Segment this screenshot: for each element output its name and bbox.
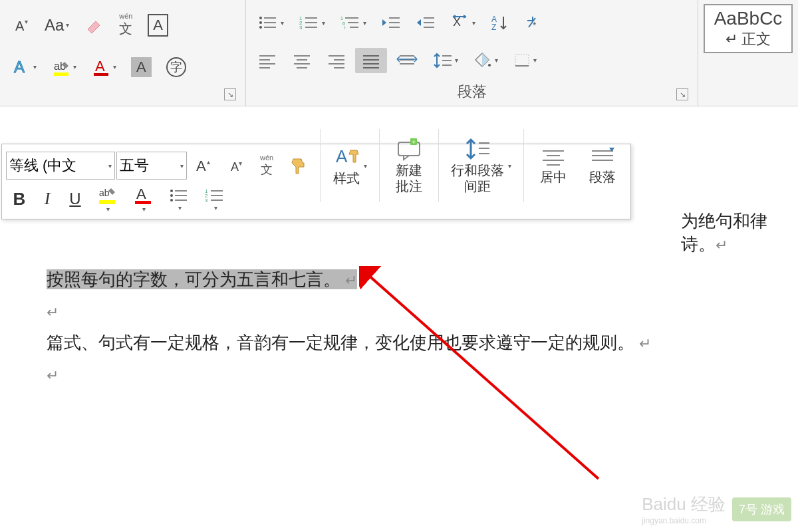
- svg-rect-81: [135, 201, 151, 204]
- svg-rect-69: [479, 148, 489, 149]
- phonetic-guide-button[interactable]: wén文: [112, 7, 139, 43]
- asian-layout-button[interactable]: X▾: [444, 9, 481, 36]
- svg-text:A: A: [15, 19, 25, 33]
- doc-empty-line-2[interactable]: ↵: [47, 361, 751, 389]
- bullets-button-mini[interactable]: ▾: [162, 184, 196, 214]
- svg-text:1: 1: [340, 16, 343, 21]
- svg-text:A: A: [14, 58, 25, 76]
- svg-rect-27: [389, 27, 400, 28]
- font-group: A▾ Aa▾ wén文 A A▾ ab▾ A▾ A 字 ↘: [0, 0, 246, 106]
- character-shading-button[interactable]: A: [125, 53, 158, 82]
- underline-button[interactable]: U: [62, 187, 88, 211]
- ribbon-toolbar: A▾ Aa▾ wén文 A A▾ ab▾ A▾ A 字 ↘ ▾ 123▾ 1ai…: [0, 0, 798, 106]
- new-comment-button[interactable]: + 新建批注: [385, 134, 433, 197]
- line-spacing-dropdown[interactable]: 行和段落间距 ▾: [444, 134, 518, 197]
- svg-rect-49: [363, 63, 379, 65]
- document-area[interactable]: 按照每句的字数，可分为五言和七言。 ↵ ↵ 篇式、句式有一定规格，音韵有一定规律…: [0, 253, 798, 406]
- paragraph-dialog-launcher[interactable]: ↘: [676, 88, 688, 100]
- increase-indent-button[interactable]: [410, 9, 442, 36]
- clear-formatting-button[interactable]: [78, 11, 110, 39]
- font-color-button-mini[interactable]: A▾: [126, 183, 160, 215]
- styles-dropdown[interactable]: A 样式 ▾: [326, 142, 374, 189]
- svg-rect-72: [547, 155, 560, 156]
- svg-rect-71: [543, 150, 564, 152]
- svg-rect-55: [442, 60, 452, 61]
- svg-rect-16: [305, 22, 317, 23]
- borders-button[interactable]: ▾: [507, 47, 543, 74]
- numbering-button-mini[interactable]: 123▾: [198, 184, 232, 214]
- doc-line-selected[interactable]: 按照每句的字数，可分为五言和七言。 ↵: [47, 266, 751, 294]
- svg-text:A: A: [336, 146, 348, 166]
- svg-rect-50: [363, 67, 379, 68]
- paragraph-button[interactable]: 段落: [579, 144, 626, 188]
- shading-button[interactable]: ▾: [467, 47, 504, 74]
- change-case-button[interactable]: Aa▾: [39, 11, 75, 39]
- paragraph-group: ▾ 123▾ 1ai▾ X▾ AZ * ▾ ▾ ▾ 段落 ↘: [246, 0, 698, 106]
- svg-text:A: A: [136, 186, 146, 202]
- svg-rect-6: [94, 73, 108, 76]
- svg-rect-56: [442, 65, 452, 66]
- decrease-indent-button[interactable]: [375, 9, 407, 36]
- svg-rect-30: [424, 27, 434, 28]
- highlight-button[interactable]: ab▾: [45, 53, 82, 81]
- justify-button[interactable]: [355, 48, 387, 73]
- bullets-button[interactable]: ▾: [251, 9, 290, 36]
- svg-rect-73: [543, 160, 564, 161]
- svg-rect-85: [175, 195, 187, 196]
- svg-rect-87: [175, 200, 187, 201]
- character-border-button[interactable]: A: [142, 9, 174, 41]
- svg-text:*: *: [533, 20, 537, 31]
- svg-point-57: [488, 64, 491, 66]
- enclose-characters-button[interactable]: 字: [160, 53, 192, 82]
- svg-text:3: 3: [205, 198, 208, 203]
- distribute-button[interactable]: [390, 47, 424, 74]
- svg-text:▾: ▾: [239, 160, 242, 167]
- svg-rect-38: [259, 67, 270, 68]
- svg-rect-53: [400, 63, 414, 65]
- font-dialog-launcher[interactable]: ↘: [224, 88, 236, 100]
- svg-rect-35: [259, 55, 275, 57]
- svg-point-82: [170, 190, 173, 192]
- phonetic-guide-button-mini[interactable]: wén文: [253, 151, 280, 180]
- svg-rect-18: [305, 27, 317, 28]
- shrink-font-button[interactable]: A▾: [5, 11, 36, 39]
- svg-rect-40: [297, 59, 307, 61]
- svg-rect-44: [334, 59, 344, 61]
- svg-text:▴: ▴: [207, 158, 210, 166]
- doc-empty-line[interactable]: ↵: [47, 298, 751, 326]
- svg-text:A: A: [95, 58, 105, 74]
- font-size-input[interactable]: 五号▾: [116, 152, 187, 180]
- center-button[interactable]: 居中: [529, 144, 577, 188]
- text-effects-button[interactable]: A▾: [5, 53, 43, 81]
- italic-button[interactable]: I: [34, 186, 61, 211]
- svg-rect-39: [294, 55, 310, 57]
- sort-button[interactable]: AZ: [484, 9, 515, 36]
- svg-rect-4: [54, 72, 68, 76]
- bold-button[interactable]: B: [6, 186, 33, 212]
- svg-rect-54: [442, 55, 452, 57]
- multilevel-list-button[interactable]: 1ai▾: [334, 9, 372, 36]
- doc-line-3[interactable]: 篇式、句式有一定规格，音韵有一定规律，变化使用也要求遵守一定的规则。 ↵: [47, 329, 751, 357]
- align-right-button[interactable]: [321, 48, 352, 73]
- font-color-button[interactable]: A▾: [85, 53, 122, 81]
- font-name-input[interactable]: 等线 (中文▾: [6, 152, 115, 180]
- svg-point-9: [259, 21, 262, 24]
- align-center-button[interactable]: [286, 48, 318, 73]
- style-normal[interactable]: AaBbCc ↵ 正文: [704, 4, 793, 53]
- svg-rect-74: [547, 164, 560, 166]
- show-hide-marks-button[interactable]: *: [517, 9, 548, 36]
- numbering-button[interactable]: 123▾: [293, 9, 331, 36]
- grow-font-button[interactable]: A▴: [188, 154, 220, 178]
- highlight-button-mini[interactable]: ab▾: [90, 183, 124, 215]
- watermark: Baidu 经验 jingyan.baidu.com 7号 游戏: [642, 493, 791, 525]
- shrink-font-button-mini[interactable]: A▾: [221, 154, 252, 178]
- paragraph-group-label: 段落: [458, 82, 487, 102]
- align-left-button[interactable]: [251, 48, 283, 73]
- format-painter-button[interactable]: [281, 154, 315, 178]
- svg-rect-43: [329, 55, 344, 57]
- svg-rect-25: [389, 17, 400, 19]
- svg-text:▾: ▾: [25, 18, 28, 25]
- svg-rect-42: [297, 67, 307, 68]
- svg-point-84: [170, 194, 173, 197]
- line-spacing-button[interactable]: ▾: [427, 47, 464, 74]
